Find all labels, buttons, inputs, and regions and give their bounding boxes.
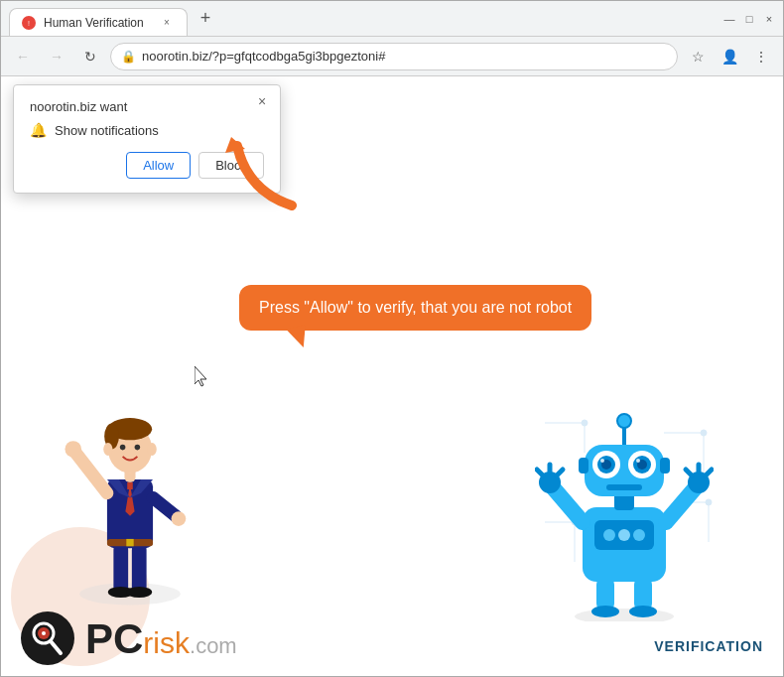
title-bar: ! Human Verification × + — □ ×: [1, 1, 783, 37]
svg-line-60: [706, 470, 712, 475]
svg-rect-13: [126, 539, 133, 546]
window-controls: — □ ×: [723, 13, 775, 25]
svg-line-52: [666, 487, 696, 522]
svg-point-38: [701, 430, 707, 436]
svg-line-58: [686, 470, 692, 475]
svg-line-15: [153, 497, 176, 515]
man-illustration: [51, 383, 209, 621]
pcrisk-pc-text: PC: [85, 618, 143, 660]
minimize-button[interactable]: —: [723, 13, 735, 25]
popup-site-text: noorotin.biz want: [30, 99, 264, 114]
active-tab[interactable]: ! Human Verification ×: [9, 8, 188, 36]
svg-point-70: [636, 459, 640, 463]
svg-point-41: [575, 609, 674, 621]
back-button[interactable]: ←: [9, 43, 37, 70]
svg-line-56: [557, 470, 563, 475]
tab-title: Human Verification: [44, 16, 151, 30]
svg-rect-5: [113, 544, 128, 595]
svg-point-22: [120, 445, 126, 451]
popup-notification-text: Show notifications: [55, 123, 159, 138]
svg-point-40: [706, 499, 712, 505]
svg-line-54: [537, 470, 543, 475]
tab-close-button[interactable]: ×: [159, 15, 175, 31]
lock-icon: 🔒: [121, 50, 136, 64]
svg-point-48: [603, 529, 615, 541]
browser-window: ! Human Verification × + — □ × ← → ↻ 🔒 n…: [0, 0, 784, 677]
close-button[interactable]: ×: [763, 13, 775, 25]
tab-area: ! Human Verification × +: [9, 1, 716, 36]
svg-point-16: [65, 441, 81, 458]
svg-point-45: [629, 606, 657, 617]
pcrisk-text-group: PC risk .com: [85, 618, 237, 660]
svg-line-51: [553, 487, 583, 522]
svg-point-44: [591, 606, 619, 617]
svg-rect-71: [606, 484, 642, 490]
svg-rect-74: [579, 458, 588, 474]
svg-point-25: [148, 443, 157, 456]
svg-marker-76: [195, 366, 206, 386]
reload-button[interactable]: ↻: [76, 43, 104, 70]
bell-icon: 🔔: [30, 122, 47, 138]
tab-favicon: !: [22, 16, 36, 30]
svg-point-77: [21, 611, 74, 665]
popup-close-button[interactable]: ×: [252, 91, 272, 111]
svg-point-50: [633, 529, 645, 541]
address-bar: ← → ↻ 🔒 noorotin.biz/?p=gfqtcodbga5gi3bp…: [1, 37, 783, 76]
url-bar[interactable]: 🔒 noorotin.biz/?p=gfqtcodbga5gi3bpgezton…: [110, 43, 678, 70]
menu-button[interactable]: ⋮: [747, 43, 775, 70]
svg-point-81: [42, 631, 46, 635]
allow-button[interactable]: Allow: [126, 152, 191, 179]
pcrisk-risk-text: risk: [143, 628, 190, 658]
svg-point-37: [582, 420, 588, 426]
bookmark-button[interactable]: ☆: [684, 43, 712, 70]
maximize-button[interactable]: □: [743, 13, 755, 25]
svg-point-24: [103, 443, 112, 456]
svg-point-73: [617, 414, 631, 428]
svg-point-17: [172, 511, 187, 526]
svg-point-69: [600, 459, 604, 463]
new-tab-button[interactable]: +: [192, 5, 219, 33]
speech-bubble-text: Press "Allow" to verify, that you are no…: [259, 299, 572, 316]
page-content: × noorotin.biz want 🔔 Show notifications…: [1, 76, 783, 676]
verification-label: VERIFICATION: [654, 638, 763, 654]
robot-illustration: [535, 403, 714, 621]
pcrisk-logo-area: PC risk .com: [21, 611, 237, 666]
svg-text:!: !: [28, 20, 30, 27]
svg-line-14: [75, 452, 107, 493]
pcrisk-domain-text: .com: [190, 633, 237, 659]
svg-point-23: [135, 445, 141, 451]
speech-bubble: Press "Allow" to verify, that you are no…: [239, 285, 591, 331]
forward-button[interactable]: →: [43, 43, 70, 70]
profile-button[interactable]: 👤: [716, 43, 743, 70]
arrow-indicator: [217, 131, 307, 224]
svg-point-49: [618, 529, 630, 541]
pcrisk-logo-icon: [21, 611, 75, 666]
svg-rect-6: [132, 544, 147, 595]
cursor: [195, 366, 210, 388]
svg-rect-75: [660, 458, 670, 474]
svg-rect-11: [127, 482, 133, 489]
address-actions: ☆ 👤 ⋮: [684, 43, 775, 70]
svg-point-8: [126, 587, 152, 598]
url-text: noorotin.biz/?p=gfqtcodbga5gi3bpgeztoni#: [142, 49, 667, 64]
